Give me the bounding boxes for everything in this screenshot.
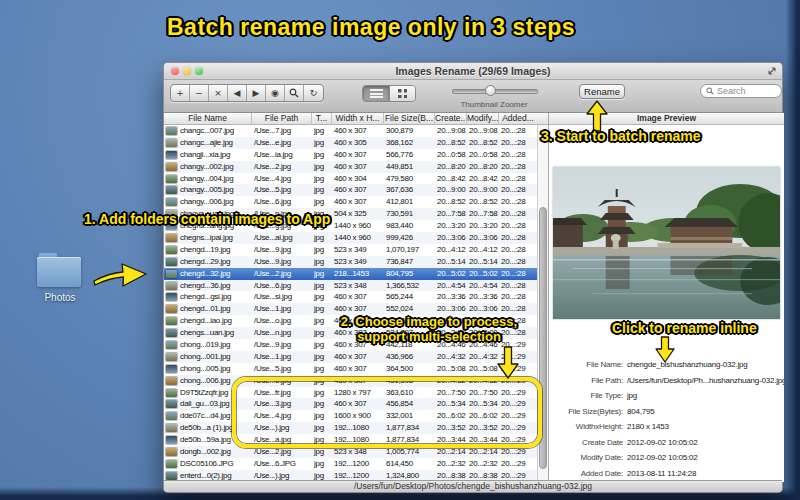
- modify-date-cell: 20...3:20: [467, 220, 499, 232]
- table-row[interactable]: chong...005.jpg /Use...5.jpg jpg 460 x 3…: [164, 363, 537, 375]
- target-button[interactable]: ◉: [266, 85, 285, 101]
- table-row[interactable]: DSC05106.JPG /Use...6.JPG jpg 192...1200…: [164, 458, 537, 470]
- metadata-label: File Path:: [549, 376, 627, 385]
- thumbnail-zoomer-track[interactable]: [452, 89, 538, 94]
- file-size-cell: 1,070,197: [384, 244, 435, 256]
- file-thumbnail-icon: [166, 175, 177, 183]
- column-header[interactable]: Added...: [499, 113, 537, 125]
- search-input[interactable]: Search: [700, 84, 782, 98]
- table-row[interactable]: chengd...36.jpg /Use...6.jpg jpg 523 x 3…: [164, 280, 537, 292]
- delete-button[interactable]: ×: [209, 85, 228, 101]
- file-path-cell: /Use...ai.jpg: [252, 232, 312, 244]
- remove-button[interactable]: −: [190, 85, 209, 101]
- table-row[interactable]: changy...006.jpg /Use...6.jpg jpg 460 x …: [164, 196, 537, 208]
- metadata-value[interactable]: chengde_bishushanzhuang-032.jpg: [627, 360, 784, 369]
- multi-selection-highlight-box: [232, 377, 542, 448]
- table-row[interactable]: changy...004.jpg /Use...4.jpg jpg 460 x …: [164, 173, 537, 185]
- previous-button[interactable]: ◀: [228, 85, 247, 101]
- file-name-cell: dali_gu...03.jpg: [180, 398, 229, 410]
- list-view-icon: [370, 89, 383, 98]
- toolbar-button-group: + − × ◀ ▶ ◉ ↻: [170, 84, 324, 102]
- create-date-cell: 20...8:42: [435, 173, 467, 185]
- column-header[interactable]: T...: [312, 113, 332, 125]
- annotation-step2: 2. Choose image to process, support mult…: [320, 314, 538, 344]
- rename-button[interactable]: Rename: [579, 84, 625, 99]
- column-header[interactable]: File Path: [252, 113, 312, 125]
- metadata-value[interactable]: 2012-09-02 10:05:02: [627, 453, 784, 462]
- metadata-value[interactable]: jpg: [627, 391, 784, 400]
- file-path-cell: /Use...5.jpg: [252, 363, 312, 375]
- refresh-button[interactable]: ↻: [304, 85, 323, 101]
- create-date-cell: 20...0:58: [435, 149, 467, 161]
- file-size-cell: 436,966: [384, 351, 435, 363]
- table-row[interactable]: chegns...ipai.jpg /Use...ai.jpg jpg 1440…: [164, 232, 537, 244]
- status-bar: /Users/fun/Desktop/Photos/chengde_bishus…: [164, 480, 782, 492]
- titlebar[interactable]: Images Rename (29/69 Images): [164, 63, 782, 80]
- create-date-cell: 20...3:20: [435, 220, 467, 232]
- table-row[interactable]: chengd...29.jpg /Use...9.jpg jpg 523 x 3…: [164, 256, 537, 268]
- table-row[interactable]: changy...002.jpg /Use...2.jpg jpg 460 x …: [164, 161, 537, 173]
- zoom-button[interactable]: [285, 85, 304, 101]
- create-date-cell: 20...8:52: [435, 137, 467, 149]
- table-row[interactable]: changji...xia.jpg /Use...ia.jpg jpg 460 …: [164, 149, 537, 161]
- preview-header: Image Preview: [549, 113, 784, 125]
- file-name-cell: chegns...ipai.jpg: [180, 232, 233, 244]
- table-row[interactable]: changc...007.jpg /Use...7.jpg jpg 460 x …: [164, 125, 537, 137]
- resize-icon[interactable]: [767, 66, 777, 76]
- create-date-cell: 20...5:02: [435, 268, 467, 280]
- dimensions-cell: 460 x 304: [332, 173, 384, 185]
- file-thumbnail-icon: [166, 151, 177, 159]
- file-thumbnail-icon: [166, 412, 177, 420]
- table-row[interactable]: changc...ajie.jpg /Use...e.jpg jpg 460 x…: [164, 137, 537, 149]
- file-path-cell: /Use...n.jpg: [252, 327, 312, 339]
- plus-icon: +: [176, 88, 184, 98]
- file-type-cell: jpg: [312, 244, 332, 256]
- column-header[interactable]: Modify...: [467, 113, 499, 125]
- file-name-cell: chong...005.jpg: [180, 363, 230, 375]
- file-path-cell: /Use...1.jpg: [252, 303, 312, 315]
- modify-date-cell: 20...3:36: [467, 291, 499, 303]
- metadata-value[interactable]: 2180 x 1453: [627, 422, 784, 431]
- table-row[interactable]: chengd...19.jpg /Use...9.jpg jpg 523 x 3…: [164, 244, 537, 256]
- file-size-cell: 736,847: [384, 256, 435, 268]
- metadata-value[interactable]: /Users/fun/Desktop/Ph...hushanzhuang-032…: [627, 376, 784, 385]
- annotation-rename-inline: Click to rename inline: [612, 320, 757, 336]
- table-row[interactable]: chengd...gsi.jpg /Use...si.jpg jpg 460 x…: [164, 291, 537, 303]
- file-name-cell: chengd...iao.jpg: [180, 315, 232, 327]
- list-view-segment[interactable]: [363, 86, 389, 101]
- metadata-value[interactable]: 2013-08-11 11:24:28: [627, 469, 784, 478]
- modify-date-cell: 20...0:58: [467, 149, 499, 161]
- file-name-cell: changy...002.jpg: [180, 161, 233, 173]
- next-button[interactable]: ▶: [247, 85, 266, 101]
- photos-folder[interactable]: Photos: [36, 253, 84, 307]
- file-thumbnail-icon: [166, 234, 177, 242]
- metadata-value[interactable]: 2012-09-02 10:05:02: [627, 438, 784, 447]
- file-thumbnail-icon: [166, 377, 177, 385]
- create-date-cell: 20...3:36: [435, 291, 467, 303]
- table-row[interactable]: chengd...32.jpg /Use...2.jpg jpg 218...1…: [164, 268, 537, 280]
- file-type-cell: jpg: [312, 173, 332, 185]
- thumbnail-zoomer-label: Thumbnail Zoomer: [432, 100, 556, 109]
- file-name-cell: changc...007.jpg: [180, 125, 234, 137]
- column-header[interactable]: Width x H...: [332, 113, 384, 125]
- added-date-cell: 20...:28: [499, 196, 537, 208]
- window-title: Images Rename (29/69 Images): [164, 65, 782, 77]
- table-row[interactable]: chong...001.jpg /Use...1.jpg jpg 460 x 3…: [164, 351, 537, 363]
- add-button[interactable]: +: [171, 85, 190, 101]
- thumbnail-zoomer-knob[interactable]: [485, 85, 496, 96]
- dimensions-cell: 523 x 349: [332, 244, 384, 256]
- modify-date-cell: 20...8:52: [467, 196, 499, 208]
- create-date-cell: 20...9:00: [435, 184, 467, 196]
- create-date-cell: 20...7:58: [435, 208, 467, 220]
- modify-date-cell: 20...4:54: [467, 280, 499, 292]
- dimensions-cell: 1440 x 960: [332, 220, 384, 232]
- column-header[interactable]: File Name: [164, 113, 252, 125]
- grid-view-segment[interactable]: [389, 86, 415, 101]
- column-header[interactable]: Create...: [435, 113, 467, 125]
- modify-date-cell: 20...8:52: [467, 137, 499, 149]
- column-header[interactable]: File Size(B...: [384, 113, 435, 125]
- modify-date-cell: 20...8:20: [467, 161, 499, 173]
- table-row[interactable]: changy...005.jpg /Use...5.jpg jpg 460 x …: [164, 184, 537, 196]
- file-name-cell: chengs...uan.jpg: [180, 327, 234, 339]
- metadata-value[interactable]: 804,795: [627, 407, 784, 416]
